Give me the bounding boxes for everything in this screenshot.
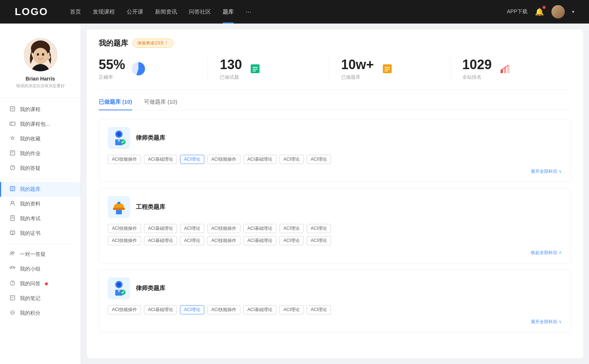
sidebar-label-exam: 我的考试 [20,215,40,222]
sidebar-label-homework: 我的作业 [20,150,40,157]
sidebar-item-homework[interactable]: 我的作业 [0,146,81,161]
svg-point-4 [42,53,44,56]
svg-rect-7 [10,107,15,111]
sidebar-label-bank: 我的题库 [20,186,40,193]
svg-rect-57 [113,208,125,210]
stat-done-banks-number: 10w+ [341,57,374,72]
eng-tag-7[interactable]: ACI理论 [307,224,331,233]
eng-tag-r2-6[interactable]: ACI理论 [279,236,304,245]
tag-aci-theory-3[interactable]: ACI理论 [307,155,331,164]
bank-tags-lawyer-1: ACI技能操作 ACI基础理论 ACI理论 ACI技能操作 ACI基础理论 AC… [108,155,562,164]
l2-tag-1[interactable]: ACI技能操作 [108,305,141,314]
sidebar-divider-1 [9,179,72,179]
tag-aci-skill-1[interactable]: ACI技能操作 [108,155,141,164]
eng-tag-6[interactable]: ACI理论 [279,224,304,233]
bank-card-footer-1[interactable]: 展开全部科目 ∨ [108,168,562,175]
bank-card-footer-lawyer-2[interactable]: 展开全部科目 ∨ [108,319,562,325]
eng-tag-r2-2[interactable]: ACI基础理论 [144,236,177,245]
nav-link-home[interactable]: 首页 [70,8,81,15]
avatar-image [551,5,565,18]
sidebar-item-group[interactable]: 我的小组 [0,262,81,276]
l2-tag-4[interactable]: ACI技能操作 [207,305,240,314]
nav-right: APP下载 🔔 ▾ [507,5,574,18]
l2-tag-3[interactable]: ACI理论 [180,305,204,314]
bank-card-lawyer-2: 律师类题库 ACI技能操作 ACI基础理论 ACI理论 ACI技能操作 ACI基… [99,270,571,333]
sidebar-item-answers[interactable]: ? 我的问答 [0,276,81,291]
l2-tag-5[interactable]: ACI基础理论 [243,305,276,314]
sidebar-item-questions[interactable]: ? 我的答疑 [0,161,81,176]
l2-tag-2[interactable]: ACI基础理论 [144,305,177,314]
homework-icon [9,150,16,157]
nav-link-courses[interactable]: 发现课程 [93,8,115,15]
eng-tag-r2-7[interactable]: ACI理论 [307,236,331,245]
bank-card-lawyer-1-header: 律师类题库 [108,127,562,149]
sidebar-label-my-courses: 我的课程 [20,106,40,113]
profile-avatar[interactable] [24,38,57,71]
sidebar: Brian Harris 错误的决定比没有决定要好 我的课程 我的课程包... [0,24,81,364]
nav-more[interactable]: ··· [246,8,251,16]
l2-tag-7[interactable]: ACI理论 [307,305,331,314]
nav-link-bank[interactable]: 题库 [223,8,234,15]
tag-aci-theory-base-2[interactable]: ACI基础理论 [243,155,276,164]
packages-icon [9,121,16,128]
svg-point-41 [13,312,14,313]
bank-card-engineer-header: 工程类题库 [108,196,562,218]
app-download-button[interactable]: APP下载 [507,8,528,15]
sidebar-item-favorites[interactable]: 我的收藏 [0,132,81,146]
pie-chart-icon [132,62,145,75]
sidebar-item-exam[interactable]: 我的考试 [0,211,81,226]
eng-tag-r2-5[interactable]: ACI基础理论 [243,236,276,245]
user-menu-chevron[interactable]: ▾ [572,9,574,14]
eng-tag-2[interactable]: ACI基础理论 [144,224,177,233]
nav-logo[interactable]: LOGO [15,6,48,18]
eng-tag-1[interactable]: ACI技能操作 [108,224,141,233]
nav-link-open[interactable]: 公开课 [127,8,143,15]
page-title: 我的题库 [99,38,128,48]
lawyer-icon-svg [110,129,128,147]
sidebar-item-points[interactable]: 我的积分 [0,306,81,321]
bank-card-footer-engineer[interactable]: 收起全部科目 ∧ [108,250,562,256]
sidebar-item-profile[interactable]: 我的资料 [0,197,81,211]
svg-point-62 [117,282,121,287]
main-content: 我的题库 体验剩余23天！ 55% 正确率 130 已做试题 [87,29,583,358]
eng-tag-r2-1[interactable]: ACI技能操作 [108,236,141,245]
tag-aci-skill-2[interactable]: ACI技能操作 [207,155,240,164]
stat-accuracy-number: 55% [99,57,125,72]
l2-tag-6[interactable]: ACI理论 [279,305,304,314]
user-avatar[interactable] [551,5,565,18]
nav-link-qa[interactable]: 问答社区 [189,8,211,15]
stat-accuracy-label: 正确率 [99,74,125,81]
sidebar-item-my-packages[interactable]: 我的课程包... [0,117,81,132]
courses-icon [9,106,16,113]
stat-done-banks: 10w+ 已做题库 [329,57,451,81]
profile-motto: 错误的决定比没有决定要好 [16,83,65,89]
eng-tag-5[interactable]: ACI基础理论 [243,224,276,233]
lawyer-bank-icon-2 [108,277,130,299]
points-icon [9,310,16,317]
svg-rect-10 [10,122,15,125]
sidebar-item-bank[interactable]: 我的题库 [0,182,81,197]
sidebar-item-1on1[interactable]: 一对一答疑 [0,247,81,262]
tag-aci-theory-1[interactable]: ACI理论 [180,155,204,164]
sidebar-item-notes[interactable]: 我的笔记 [0,291,81,306]
tab-done[interactable]: 已做题库 (10) [99,99,132,110]
tab-available[interactable]: 可做题库 (10) [144,99,177,110]
sidebar-item-my-courses[interactable]: 我的课程 [0,102,81,117]
sidebar-label-1on1: 一对一答疑 [20,251,46,258]
bell-icon: 🔔 [535,8,544,16]
notes-green-icon [249,63,261,75]
eng-tag-3[interactable]: ACI理论 [180,224,204,233]
bank-tags-engineer-row1: ACI技能操作 ACI基础理论 ACI理论 ACI技能操作 ACI基础理论 AC… [108,224,562,233]
notification-bell[interactable]: 🔔 [535,7,544,16]
nav-link-news[interactable]: 新闻资讯 [155,8,177,15]
tag-aci-theory-2[interactable]: ACI理论 [279,155,304,164]
stat-done-banks-text: 10w+ 已做题库 [341,57,374,81]
eng-tag-r2-4[interactable]: ACI技能操作 [207,236,240,245]
tag-aci-theory-base-1[interactable]: ACI基础理论 [144,155,177,164]
eng-tag-r2-3[interactable]: ACI理论 [180,236,204,245]
bank-title-lawyer-1: 律师类题库 [136,134,165,142]
eng-tag-4[interactable]: ACI技能操作 [207,224,240,233]
sidebar-item-cert[interactable]: 我的证书 [0,226,81,241]
done-questions-icon [248,61,262,76]
accuracy-icon [131,61,146,76]
